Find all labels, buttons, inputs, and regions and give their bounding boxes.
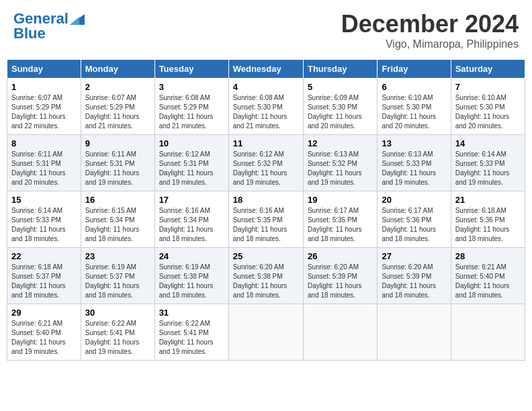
logo-icon (70, 14, 85, 25)
col-saturday: Saturday (451, 60, 525, 79)
day-number: 19 (308, 195, 373, 205)
day-info: Sunrise: 6:22 AMSunset: 5:41 PMDaylight:… (85, 320, 140, 355)
day-number: 2 (85, 82, 150, 92)
table-row: 28 Sunrise: 6:21 AMSunset: 5:40 PMDaylig… (451, 248, 525, 304)
table-row: 4 Sunrise: 6:08 AMSunset: 5:30 PMDayligh… (228, 79, 303, 135)
day-info: Sunrise: 6:16 AMSunset: 5:35 PMDaylight:… (233, 207, 287, 242)
day-info: Sunrise: 6:22 AMSunset: 5:41 PMDaylight:… (159, 320, 214, 355)
day-number: 10 (159, 138, 224, 148)
calendar-week-row: 29 Sunrise: 6:21 AMSunset: 5:40 PMDaylig… (7, 304, 525, 361)
month-title: December 2024 (341, 10, 519, 38)
day-number: 31 (159, 308, 224, 318)
col-thursday: Thursday (303, 60, 377, 79)
day-number: 20 (382, 195, 446, 205)
day-number: 24 (159, 251, 224, 261)
table-row: 30 Sunrise: 6:22 AMSunset: 5:41 PMDaylig… (81, 304, 154, 361)
day-number: 23 (85, 251, 150, 261)
day-info: Sunrise: 6:21 AMSunset: 5:40 PMDaylight:… (455, 263, 510, 299)
table-row: 7 Sunrise: 6:10 AMSunset: 5:30 PMDayligh… (451, 79, 525, 135)
table-row: 26 Sunrise: 6:20 AMSunset: 5:39 PMDaylig… (303, 248, 377, 304)
table-row: 20 Sunrise: 6:17 AMSunset: 5:36 PMDaylig… (378, 191, 451, 248)
col-tuesday: Tuesday (154, 60, 228, 79)
day-info: Sunrise: 6:10 AMSunset: 5:30 PMDaylight:… (382, 94, 436, 130)
table-row: 8 Sunrise: 6:11 AMSunset: 5:31 PMDayligh… (7, 135, 81, 191)
table-row: 21 Sunrise: 6:18 AMSunset: 5:36 PMDaylig… (451, 191, 525, 248)
day-number: 13 (382, 138, 446, 148)
day-info: Sunrise: 6:12 AMSunset: 5:32 PMDaylight:… (233, 150, 287, 186)
table-row: 27 Sunrise: 6:20 AMSunset: 5:39 PMDaylig… (378, 248, 451, 304)
table-row: 16 Sunrise: 6:15 AMSunset: 5:34 PMDaylig… (81, 191, 154, 248)
day-number: 16 (85, 195, 150, 205)
day-number: 28 (455, 251, 521, 261)
day-info: Sunrise: 6:19 AMSunset: 5:37 PMDaylight:… (85, 263, 140, 299)
day-number: 8 (11, 138, 77, 148)
day-info: Sunrise: 6:14 AMSunset: 5:33 PMDaylight:… (11, 207, 66, 242)
location: Vigo, Mimaropa, Philippines (341, 38, 519, 50)
day-info: Sunrise: 6:14 AMSunset: 5:33 PMDaylight:… (455, 150, 510, 186)
day-number: 17 (159, 195, 224, 205)
logo-blue-text: Blue (13, 25, 46, 42)
calendar-week-row: 15 Sunrise: 6:14 AMSunset: 5:33 PMDaylig… (7, 191, 525, 248)
day-info: Sunrise: 6:13 AMSunset: 5:32 PMDaylight:… (308, 150, 362, 186)
table-row (228, 304, 303, 361)
col-sunday: Sunday (7, 60, 81, 79)
table-row: 19 Sunrise: 6:17 AMSunset: 5:35 PMDaylig… (303, 191, 377, 248)
table-row: 23 Sunrise: 6:19 AMSunset: 5:37 PMDaylig… (81, 248, 154, 304)
col-wednesday: Wednesday (228, 60, 303, 79)
day-info: Sunrise: 6:07 AMSunset: 5:29 PMDaylight:… (11, 94, 66, 130)
day-number: 12 (308, 138, 373, 148)
day-info: Sunrise: 6:11 AMSunset: 5:31 PMDaylight:… (11, 150, 66, 186)
table-row: 17 Sunrise: 6:16 AMSunset: 5:34 PMDaylig… (154, 191, 228, 248)
day-info: Sunrise: 6:19 AMSunset: 5:38 PMDaylight:… (159, 263, 214, 299)
day-info: Sunrise: 6:12 AMSunset: 5:31 PMDaylight:… (159, 150, 214, 186)
table-row: 24 Sunrise: 6:19 AMSunset: 5:38 PMDaylig… (154, 248, 228, 304)
table-row: 3 Sunrise: 6:08 AMSunset: 5:29 PMDayligh… (154, 79, 228, 135)
day-number: 30 (85, 308, 150, 318)
day-info: Sunrise: 6:18 AMSunset: 5:37 PMDaylight:… (11, 263, 66, 299)
table-row: 12 Sunrise: 6:13 AMSunset: 5:32 PMDaylig… (303, 135, 377, 191)
table-row (303, 304, 377, 361)
day-number: 18 (233, 195, 299, 205)
day-info: Sunrise: 6:16 AMSunset: 5:34 PMDaylight:… (159, 207, 214, 242)
day-number: 15 (11, 195, 77, 205)
day-number: 4 (233, 82, 299, 92)
day-info: Sunrise: 6:20 AMSunset: 5:38 PMDaylight:… (233, 263, 287, 299)
day-info: Sunrise: 6:21 AMSunset: 5:40 PMDaylight:… (11, 320, 66, 355)
table-row: 11 Sunrise: 6:12 AMSunset: 5:32 PMDaylig… (228, 135, 303, 191)
day-number: 21 (455, 195, 521, 205)
svg-marker-1 (70, 17, 79, 25)
table-row: 15 Sunrise: 6:14 AMSunset: 5:33 PMDaylig… (7, 191, 81, 248)
day-info: Sunrise: 6:17 AMSunset: 5:36 PMDaylight:… (382, 207, 436, 242)
day-number: 25 (233, 251, 299, 261)
day-info: Sunrise: 6:08 AMSunset: 5:30 PMDaylight:… (233, 94, 287, 130)
calendar-table: Sunday Monday Tuesday Wednesday Thursday… (7, 59, 525, 361)
day-number: 29 (11, 308, 77, 318)
table-row: 9 Sunrise: 6:11 AMSunset: 5:31 PMDayligh… (81, 135, 154, 191)
day-number: 1 (11, 82, 77, 92)
table-row (378, 304, 451, 361)
table-row: 2 Sunrise: 6:07 AMSunset: 5:29 PMDayligh… (81, 79, 154, 135)
col-friday: Friday (378, 60, 451, 79)
calendar-week-row: 1 Sunrise: 6:07 AMSunset: 5:29 PMDayligh… (7, 79, 525, 135)
table-row: 31 Sunrise: 6:22 AMSunset: 5:41 PMDaylig… (154, 304, 228, 361)
day-number: 11 (233, 138, 299, 148)
day-info: Sunrise: 6:18 AMSunset: 5:36 PMDaylight:… (455, 207, 510, 242)
table-row: 18 Sunrise: 6:16 AMSunset: 5:35 PMDaylig… (228, 191, 303, 248)
table-row: 29 Sunrise: 6:21 AMSunset: 5:40 PMDaylig… (7, 304, 81, 361)
table-row: 1 Sunrise: 6:07 AMSunset: 5:29 PMDayligh… (7, 79, 81, 135)
day-number: 27 (382, 251, 446, 261)
table-row: 10 Sunrise: 6:12 AMSunset: 5:31 PMDaylig… (154, 135, 228, 191)
title-section: December 2024 Vigo, Mimaropa, Philippine… (341, 10, 519, 50)
col-monday: Monday (81, 60, 154, 79)
day-number: 3 (159, 82, 224, 92)
day-info: Sunrise: 6:20 AMSunset: 5:39 PMDaylight:… (382, 263, 436, 299)
day-number: 14 (455, 138, 521, 148)
calendar-week-row: 22 Sunrise: 6:18 AMSunset: 5:37 PMDaylig… (7, 248, 525, 304)
table-row: 13 Sunrise: 6:13 AMSunset: 5:33 PMDaylig… (378, 135, 451, 191)
day-number: 6 (382, 82, 446, 92)
day-info: Sunrise: 6:20 AMSunset: 5:39 PMDaylight:… (308, 263, 362, 299)
table-row: 22 Sunrise: 6:18 AMSunset: 5:37 PMDaylig… (7, 248, 81, 304)
day-info: Sunrise: 6:09 AMSunset: 5:30 PMDaylight:… (308, 94, 362, 130)
logo: General Blue (13, 10, 85, 42)
day-info: Sunrise: 6:11 AMSunset: 5:31 PMDaylight:… (85, 150, 140, 186)
